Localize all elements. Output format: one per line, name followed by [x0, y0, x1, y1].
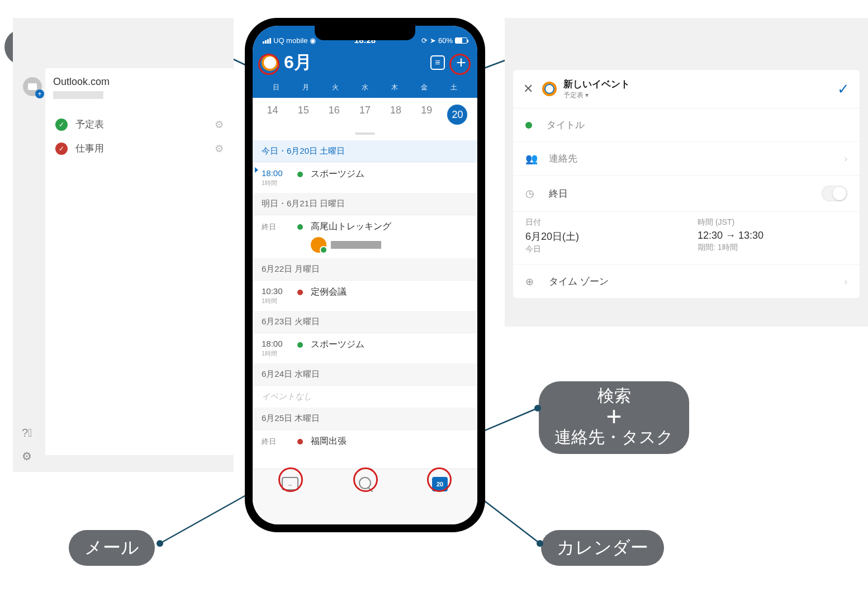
new-event-title: 新しいイベント — [563, 78, 837, 91]
event-allday-label: 終日 — [262, 436, 293, 447]
callout-mail: メール — [69, 530, 155, 566]
location-icon: ➤ — [430, 36, 436, 45]
event-time: 10:30 — [262, 286, 293, 296]
agenda-day-header: 6月24日 水曜日 — [253, 363, 477, 386]
agenda-day-header: 6月25日 木曜日 — [253, 408, 477, 430]
callout-calendar: カレンダー — [541, 530, 664, 566]
calendar-list-item[interactable]: ✓ 予定表 ⚙ — [53, 112, 226, 136]
date-strip[interactable]: 14151617181920 — [253, 98, 477, 133]
add-account-badge-icon[interactable]: + — [35, 89, 44, 98]
folder-menu-content: Outlook.com ✓ 予定表 ⚙✓ 仕事用 ⚙ — [45, 68, 234, 455]
event-contacts-row[interactable]: 👥 連絡先 › — [513, 142, 860, 176]
agenda-day-header: 今日・6月20日 土曜日 — [253, 140, 477, 163]
event-title: 福岡出張 — [311, 436, 347, 447]
time-sub: 期間: 1時間 — [698, 243, 847, 253]
event-color-dot-icon — [297, 224, 303, 230]
date-value: 6月20日(土) — [525, 230, 675, 243]
event-datetime-row[interactable]: 日付 6月20日(土) 今日 時間 (JST) 12:30 → 13:30 期間… — [513, 212, 860, 265]
date-column[interactable]: 日付 6月20日(土) 今日 — [525, 217, 675, 254]
event-color-dot-icon — [297, 172, 303, 177]
agenda-view-icon[interactable]: ≡ — [430, 55, 445, 70]
time-column[interactable]: 時間 (JST) 12:30 → 13:30 期間: 1時間 — [698, 217, 847, 254]
tab-mail[interactable] — [253, 477, 328, 490]
event-duration: 1時間 — [262, 179, 293, 187]
agenda-day-header: 6月22日 月曜日 — [253, 258, 477, 281]
tab-bar: 20 — [253, 469, 477, 524]
agenda-event[interactable]: 終日高尾山トレッキング — [253, 215, 477, 258]
account-block: Outlook.com — [53, 76, 226, 99]
drag-handle-icon[interactable] — [355, 133, 375, 135]
agenda-event[interactable]: 10:301時間定例会議 — [253, 281, 477, 311]
event-allday-row: ◷ 終日 — [513, 176, 860, 212]
new-event-sheet: ✕ 新しいイベント 予定表 ▾ ✓ タイトル 👥 連絡先 › ◷ 終日 日付 6… — [513, 69, 860, 299]
help-icon[interactable]: ?⃝ — [22, 427, 32, 439]
event-title: 定例会議 — [311, 286, 347, 298]
new-event-calendar-select[interactable]: 予定表 ▾ — [563, 91, 837, 100]
agenda-day-header: 6月23日 火曜日 — [253, 311, 477, 333]
tab-calendar[interactable]: 20 — [402, 477, 477, 491]
calendar-label: 仕事用 — [75, 142, 215, 155]
allday-toggle[interactable] — [822, 186, 847, 201]
gear-icon[interactable]: ⚙ — [215, 119, 224, 131]
agenda-event[interactable]: 終日福岡出張 — [253, 430, 477, 453]
date-cell[interactable]: 20 — [442, 105, 473, 125]
date-cell[interactable]: 18 — [381, 105, 411, 125]
event-allday-label: 終日 — [262, 221, 293, 232]
add-event-icon[interactable]: + — [454, 55, 468, 70]
callout-search-contacts-tasks: 検索 + 連絡先・タスク — [539, 381, 689, 454]
event-color-dot-icon — [297, 342, 303, 348]
phone-notch — [315, 26, 415, 40]
timezone-label: タイム ゾーン — [549, 275, 845, 288]
time-value: 12:30 → 13:30 — [698, 230, 847, 242]
event-color-dot-icon — [297, 290, 303, 295]
date-sub: 今日 — [525, 244, 675, 254]
people-icon: 👥 — [525, 153, 539, 165]
date-cell[interactable]: 14 — [257, 105, 288, 125]
close-icon[interactable]: ✕ — [523, 82, 533, 96]
gear-icon[interactable]: ⚙ — [215, 143, 224, 155]
check-icon[interactable]: ✓ — [55, 119, 68, 131]
check-icon[interactable]: ✓ — [55, 143, 68, 155]
date-cell[interactable]: 17 — [349, 105, 380, 125]
account-name: Outlook.com — [53, 76, 226, 88]
dow-label: 金 — [409, 83, 439, 92]
calendar-color-dot-icon — [525, 122, 532, 129]
agenda-list[interactable]: 今日・6月20日 土曜日18:001時間スポーツジム明日・6月21日 日曜日終日… — [253, 140, 477, 453]
event-duration: 1時間 — [262, 297, 293, 305]
event-duration: 1時間 — [262, 349, 293, 358]
mail-icon — [282, 477, 298, 490]
dow-label: 日 — [262, 83, 291, 92]
date-cell[interactable]: 19 — [411, 105, 442, 125]
clock-icon: ◷ — [525, 187, 539, 200]
event-timezone-row[interactable]: ⊕ タイム ゾーン › — [513, 265, 860, 298]
event-title-row[interactable]: タイトル — [513, 108, 860, 142]
agenda-day-header: 明日・6月21日 日曜日 — [253, 193, 477, 215]
battery-percent: 60% — [438, 36, 453, 45]
profile-avatar-icon[interactable] — [262, 54, 278, 71]
now-indicator-icon — [255, 167, 258, 173]
time-label: 時間 (JST) — [698, 217, 847, 228]
new-event-panel: ✕ 新しいイベント 予定表 ▾ ✓ タイトル 👥 連絡先 › ◷ 終日 日付 6… — [505, 18, 868, 327]
settings-gear-icon[interactable]: ⚙ — [22, 450, 32, 463]
date-cell[interactable]: 16 — [319, 105, 349, 125]
agenda-event[interactable]: 18:001時間スポーツジム — [253, 333, 477, 363]
event-title: スポーツジム — [311, 339, 364, 351]
rotation-lock-icon: ⟳ — [421, 36, 428, 45]
chevron-right-icon: › — [845, 154, 847, 164]
carrier-label: UQ mobile — [273, 36, 307, 45]
agenda-event[interactable]: 18:001時間スポーツジム — [253, 163, 477, 193]
day-of-week-row: 日月火水木金土 — [262, 83, 468, 92]
month-title[interactable]: 6月 — [284, 50, 421, 75]
confirm-check-icon[interactable]: ✓ — [837, 81, 850, 98]
battery-icon — [455, 37, 467, 44]
account-avatar-icon[interactable]: + — [23, 77, 42, 96]
calendar-list: ✓ 予定表 ⚙✓ 仕事用 ⚙ — [53, 112, 226, 160]
event-color-dot-icon — [297, 439, 303, 444]
account-email-placeholder — [53, 91, 103, 99]
tab-search[interactable] — [328, 477, 402, 489]
calendar-list-item[interactable]: ✓ 仕事用 ⚙ — [53, 136, 226, 160]
globe-icon: ⊕ — [525, 276, 539, 288]
date-cell[interactable]: 15 — [288, 105, 319, 125]
event-title-input[interactable]: タイトル — [547, 119, 847, 131]
dow-label: 土 — [439, 83, 468, 92]
